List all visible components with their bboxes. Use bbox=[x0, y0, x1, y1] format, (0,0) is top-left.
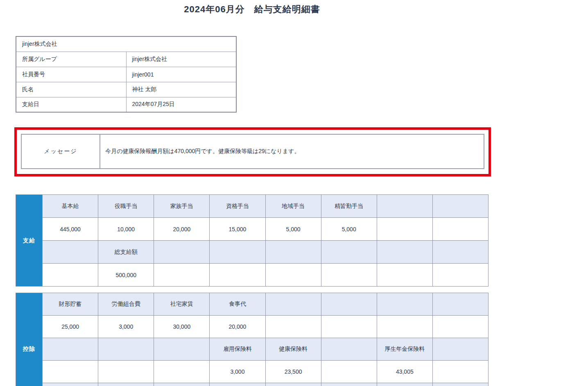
table-row: jinjer株式会社 bbox=[16, 36, 236, 52]
info-value-cell: jinjer株式会社 bbox=[126, 52, 236, 67]
deduction-value-cell: 20,000 bbox=[210, 316, 265, 338]
payment-header-cell: 家族手当 bbox=[154, 195, 210, 218]
payment-value-cell bbox=[154, 264, 210, 287]
table-row: 3,000 23,500 43,005 bbox=[16, 361, 488, 383]
payment-value-cell: 445,000 bbox=[43, 218, 98, 241]
employee-info-table: jinjer株式会社 所属グループ jinjer株式会社 社員番号 jinjer… bbox=[16, 36, 237, 113]
deduction-value-cell bbox=[265, 316, 321, 338]
deduction-header-cell bbox=[377, 383, 432, 386]
message-text-cell: 今月の健康保険報酬月額は470,000円です。健康保険等級は29になります。 bbox=[100, 134, 484, 169]
info-label-cell: 氏名 bbox=[16, 82, 126, 97]
payslip-page: 2024年06月分 給与支給明細書 jinjer株式会社 所属グループ jinj… bbox=[0, 0, 588, 386]
message-alert-box: メッセージ 今月の健康保険報酬月額は470,000円です。健康保険等級は29にな… bbox=[14, 127, 491, 176]
deduction-value-cell: 23,500 bbox=[265, 361, 321, 383]
deduction-header-cell bbox=[210, 383, 265, 386]
deduction-value-cell bbox=[377, 316, 432, 338]
deduction-value-cell bbox=[432, 361, 488, 383]
payment-value-cell bbox=[321, 264, 377, 287]
table-row: 支給日 2024年07月25日 bbox=[16, 97, 236, 112]
deduction-header-cell: 労働組合費 bbox=[98, 293, 154, 316]
deduction-value-cell bbox=[98, 361, 154, 383]
payment-header-cell bbox=[377, 195, 432, 218]
table-row: 総支給額 bbox=[16, 241, 488, 264]
payment-value-cell bbox=[377, 264, 432, 287]
deduction-value-cell bbox=[154, 361, 210, 383]
payment-section-label: 支給 bbox=[16, 195, 43, 287]
deduction-header-cell bbox=[265, 293, 321, 316]
deduction-header-cell bbox=[98, 383, 154, 386]
payment-value-cell bbox=[377, 218, 432, 241]
deduction-header-cell bbox=[154, 383, 210, 386]
table-row: 氏名 神社 太郎 bbox=[16, 82, 236, 97]
payment-table: 支給 基本給 役職手当 家族手当 資格手当 地域手当 精皆勤手当 445,000… bbox=[16, 194, 488, 287]
deduction-header-cell bbox=[321, 383, 377, 386]
table-row: 500,000 bbox=[16, 264, 488, 287]
page-title: 2024年06月分 給与支給明細書 bbox=[16, 3, 488, 16]
payment-value-cell bbox=[432, 218, 488, 241]
deduction-header-cell bbox=[43, 383, 98, 386]
deduction-header-cell: 財形貯蓄 bbox=[43, 293, 98, 316]
deduction-header-cell bbox=[432, 338, 488, 361]
payment-value-cell bbox=[43, 264, 98, 287]
deduction-table: 控除 財形貯蓄 労働組合費 社宅家賃 食事代 25,000 3,000 30,0… bbox=[16, 293, 488, 386]
payment-value-cell: 20,000 bbox=[154, 218, 210, 241]
deduction-header-cell bbox=[432, 293, 488, 316]
payment-header-cell bbox=[321, 241, 377, 264]
deduction-header-cell bbox=[98, 338, 154, 361]
deduction-value-cell bbox=[432, 316, 488, 338]
deduction-value-cell: 3,000 bbox=[98, 316, 154, 338]
deduction-value-cell bbox=[321, 361, 377, 383]
payment-header-cell: 資格手当 bbox=[210, 195, 265, 218]
message-label-cell: メッセージ bbox=[21, 134, 100, 169]
deduction-value-cell: 3,000 bbox=[210, 361, 265, 383]
payment-value-cell bbox=[265, 264, 321, 287]
info-label-cell: 支給日 bbox=[16, 97, 126, 112]
table-row: 控除 財形貯蓄 労働組合費 社宅家賃 食事代 bbox=[16, 293, 488, 316]
payment-header-cell: 地域手当 bbox=[265, 195, 321, 218]
deduction-header-cell: 健康保険料 bbox=[265, 338, 321, 361]
deduction-value-cell bbox=[321, 316, 377, 338]
table-row: 25,000 3,000 30,000 20,000 bbox=[16, 316, 488, 338]
deduction-header-cell: 社宅家賃 bbox=[154, 293, 210, 316]
payment-header-cell bbox=[210, 241, 265, 264]
info-label-cell: 所属グループ bbox=[16, 52, 126, 67]
payment-header-cell: 総支給額 bbox=[98, 241, 154, 264]
deduction-value-cell: 25,000 bbox=[43, 316, 98, 338]
deduction-value-cell bbox=[43, 361, 98, 383]
deduction-header-cell bbox=[377, 293, 432, 316]
deduction-header-cell bbox=[43, 338, 98, 361]
payment-value-cell: 10,000 bbox=[98, 218, 154, 241]
payment-header-cell: 精皆勤手当 bbox=[321, 195, 377, 218]
table-row: 445,000 10,000 20,000 15,000 5,000 5,000 bbox=[16, 218, 488, 241]
payment-value-cell: 5,000 bbox=[321, 218, 377, 241]
payment-value-cell: 500,000 bbox=[98, 264, 154, 287]
deduction-header-cell: 雇用保険料 bbox=[210, 338, 265, 361]
payment-header-cell: 役職手当 bbox=[98, 195, 154, 218]
payment-header-cell bbox=[154, 241, 210, 264]
payment-value-cell bbox=[210, 264, 265, 287]
table-row: 社員番号 jinjer001 bbox=[16, 67, 236, 82]
table-row bbox=[16, 383, 488, 386]
payment-header-cell bbox=[43, 241, 98, 264]
table-row: メッセージ 今月の健康保険報酬月額は470,000円です。健康保険等級は29にな… bbox=[21, 134, 484, 169]
payment-value-cell: 15,000 bbox=[210, 218, 265, 241]
message-table: メッセージ 今月の健康保険報酬月額は470,000円です。健康保険等級は29にな… bbox=[21, 134, 484, 169]
payment-header-cell bbox=[432, 195, 488, 218]
deduction-header-cell bbox=[321, 338, 377, 361]
info-value-cell: 神社 太郎 bbox=[126, 82, 236, 97]
deduction-value-cell: 43,005 bbox=[377, 361, 432, 383]
deduction-header-cell bbox=[321, 293, 377, 316]
table-row: 雇用保険料 健康保険料 厚生年金保険料 bbox=[16, 338, 488, 361]
deduction-header-cell bbox=[154, 338, 210, 361]
deduction-header-cell bbox=[265, 383, 321, 386]
deduction-header-cell bbox=[432, 383, 488, 386]
payment-header-cell bbox=[432, 241, 488, 264]
deduction-header-cell: 厚生年金保険料 bbox=[377, 338, 432, 361]
payment-header-cell bbox=[377, 241, 432, 264]
table-row: 所属グループ jinjer株式会社 bbox=[16, 52, 236, 67]
info-label-cell: 社員番号 bbox=[16, 67, 126, 82]
payment-header-cell bbox=[265, 241, 321, 264]
info-value-cell: jinjer001 bbox=[126, 67, 236, 82]
table-row: 支給 基本給 役職手当 家族手当 資格手当 地域手当 精皆勤手当 bbox=[16, 195, 488, 218]
info-value-cell: 2024年07月25日 bbox=[126, 97, 236, 112]
